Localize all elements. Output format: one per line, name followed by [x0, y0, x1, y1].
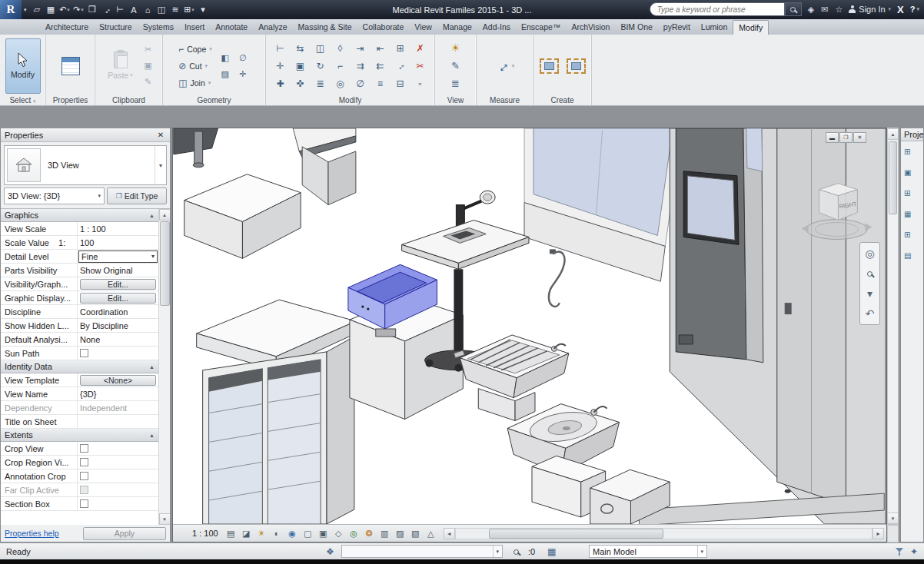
- tree-node-icon[interactable]: ▦: [904, 210, 923, 218]
- modify-panel-label[interactable]: Modify: [266, 96, 434, 105]
- sign-in-button[interactable]: Sign In ▾: [849, 5, 891, 14]
- match-type-icon[interactable]: ≣: [312, 76, 329, 91]
- cut-button[interactable]: ⊘Cut▾: [177, 58, 214, 74]
- reveal-hidden-lightbulb-icon[interactable]: ☀: [448, 41, 464, 56]
- property-value[interactable]: [78, 483, 158, 496]
- worksets-combo[interactable]: ▾: [341, 545, 503, 558]
- unlock-view-icon[interactable]: ◇: [332, 527, 345, 540]
- property-value[interactable]: [78, 442, 158, 455]
- crop-view-icon[interactable]: ▢: [301, 527, 314, 540]
- tab-modify[interactable]: Modify: [733, 20, 769, 35]
- checkbox[interactable]: [80, 349, 88, 357]
- switch-windows-icon[interactable]: ⊞▾: [183, 2, 196, 17]
- paste-button[interactable]: Paste▾: [103, 38, 138, 94]
- scroll-down-icon[interactable]: ▾: [159, 513, 171, 525]
- pin-icon[interactable]: ✚: [272, 76, 289, 91]
- tree-node-icon[interactable]: ▤: [904, 251, 923, 260]
- favorites-icon[interactable]: ☆: [835, 5, 843, 15]
- thin-lines-icon[interactable]: ≋: [169, 2, 182, 17]
- properties-scrollbar[interactable]: ▴ ▾: [158, 209, 170, 525]
- split-face-icon[interactable]: ▨: [218, 67, 232, 81]
- join-geometry-icon[interactable]: ◎: [332, 76, 349, 91]
- zoom-options-caret-icon[interactable]: ▾: [863, 287, 878, 300]
- zoom-icon[interactable]: [863, 267, 878, 280]
- minimize-button[interactable]: ▬: [826, 132, 839, 143]
- restore-button[interactable]: ❐: [839, 132, 853, 143]
- previous-view-icon[interactable]: ↶: [863, 307, 878, 320]
- display-cabinet[interactable]: [197, 300, 356, 524]
- cut-icon[interactable]: ✂: [141, 43, 155, 57]
- tab-manage[interactable]: Manage: [437, 20, 477, 35]
- scroll-up-icon[interactable]: ▴: [887, 128, 899, 140]
- properties-palette-header[interactable]: Properties ✕: [1, 128, 170, 142]
- tab-view[interactable]: View: [409, 20, 437, 35]
- tab-structure[interactable]: Structure: [94, 20, 138, 35]
- property-value[interactable]: 100: [78, 236, 158, 249]
- extend-multiple-icon[interactable]: ⇇: [372, 58, 389, 74]
- visual-style-icon[interactable]: ◪: [240, 527, 253, 540]
- property-value[interactable]: <None>: [78, 373, 158, 387]
- property-value[interactable]: Fine▾: [78, 250, 158, 263]
- modify-tool-button[interactable]: Modify: [5, 38, 41, 94]
- scale-button[interactable]: 1 : 100: [192, 529, 218, 538]
- search-button[interactable]: [785, 2, 802, 16]
- property-value[interactable]: Show Original: [78, 264, 158, 277]
- unpin-icon[interactable]: ✜: [292, 76, 309, 91]
- delete-icon[interactable]: ✗: [412, 41, 429, 56]
- trim-corner-icon[interactable]: ⌐: [332, 58, 349, 74]
- default-3d-view-icon[interactable]: ⌂: [141, 2, 155, 17]
- type-selector-caret-icon[interactable]: ▾: [155, 146, 166, 184]
- horizontal-scrollbar[interactable]: ◂ ▸: [444, 528, 884, 539]
- tab-architecture[interactable]: Architecture: [40, 20, 94, 35]
- checkbox[interactable]: [80, 458, 88, 466]
- subscription-icon[interactable]: ◈: [808, 5, 814, 15]
- property-value[interactable]: Edit...: [78, 277, 158, 290]
- project-browser-title[interactable]: Proje: [901, 128, 923, 141]
- property-value[interactable]: [78, 469, 158, 483]
- property-value[interactable]: None: [78, 333, 158, 346]
- render-icon[interactable]: ◉: [286, 527, 299, 540]
- communication-center-icon[interactable]: ✉: [821, 5, 828, 15]
- left-counter[interactable]: [184, 174, 301, 259]
- revit-logo[interactable]: R: [0, 0, 22, 19]
- override-graphics-icon[interactable]: ✎: [448, 58, 464, 74]
- section-header[interactable]: Extents▲: [1, 429, 158, 442]
- scroll-right-icon[interactable]: ▸: [872, 528, 884, 539]
- measure-panel-label[interactable]: Measure: [477, 96, 533, 105]
- move-icon[interactable]: ✛: [272, 58, 289, 74]
- apply-button[interactable]: Apply: [83, 527, 166, 540]
- worksharing-display-icon[interactable]: ▥: [378, 527, 391, 540]
- steering-wheel-icon[interactable]: ◎: [863, 247, 878, 260]
- mirror-draw-icon[interactable]: ◊: [332, 41, 349, 56]
- tab-lumion[interactable]: Lumion: [696, 20, 733, 35]
- property-value[interactable]: [78, 456, 158, 469]
- split-icon[interactable]: ⇥: [352, 41, 369, 56]
- edit-type-button[interactable]: ❐ Edit Type: [107, 187, 167, 204]
- tab-analyze[interactable]: Analyze: [253, 20, 292, 35]
- shadows-icon[interactable]: ◐: [271, 527, 284, 540]
- property-value[interactable]: [78, 347, 158, 360]
- tab-enscape-[interactable]: Enscape™: [516, 20, 566, 35]
- close-icon[interactable]: ✕: [155, 131, 166, 139]
- property-value[interactable]: Edit...: [78, 291, 158, 304]
- split-gap-icon[interactable]: ⇤: [372, 41, 389, 56]
- value-button[interactable]: Edit...: [80, 279, 156, 290]
- temporary-view-properties-icon[interactable]: ▨: [394, 527, 407, 540]
- tab-bim-one[interactable]: BIM One: [615, 20, 657, 35]
- copy-icon[interactable]: ▣: [141, 59, 155, 73]
- scale-icon[interactable]: ↔: [392, 58, 409, 74]
- section-icon[interactable]: ◫: [155, 2, 168, 17]
- mirror-pick-icon[interactable]: ◫: [312, 41, 329, 56]
- checkbox[interactable]: [80, 499, 88, 508]
- array-icon[interactable]: ⊞: [392, 41, 409, 56]
- view-panel-label[interactable]: View: [435, 96, 476, 105]
- vertical-scrollbar[interactable]: ▴ ▾: [887, 128, 899, 525]
- app-menu-caret-icon[interactable]: ▾: [24, 7, 27, 13]
- property-value[interactable]: By Discipline: [78, 319, 158, 332]
- demolish-icon[interactable]: ✛: [236, 67, 250, 81]
- customize-qat-icon[interactable]: ▾: [197, 2, 210, 17]
- redo-icon[interactable]: ↷▾: [72, 2, 85, 17]
- copy-icon[interactable]: ▣: [292, 58, 309, 74]
- measure-tool-icon[interactable]: ↔: [491, 55, 514, 77]
- align-icon[interactable]: ⊢: [272, 41, 289, 56]
